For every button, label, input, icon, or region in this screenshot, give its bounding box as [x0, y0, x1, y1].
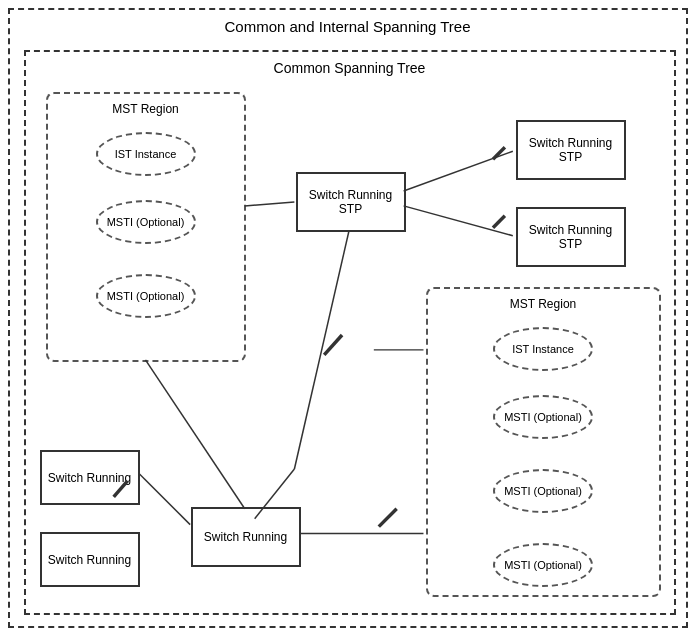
ist-instance-right: IST Instance — [493, 327, 593, 371]
mst-region-right: MST Region IST Instance MSTI (Optional) … — [426, 287, 661, 597]
inner-title: Common Spanning Tree — [268, 60, 432, 76]
ist-instance-left: IST Instance — [96, 132, 196, 176]
msti-right-2: MSTI (Optional) — [493, 469, 593, 513]
switch-running-top-left: Switch Running — [40, 450, 140, 505]
svg-line-1 — [403, 151, 512, 191]
switch-stp-bottom-right: Switch Running STP — [516, 207, 626, 267]
svg-line-3 — [492, 147, 504, 159]
svg-line-4 — [492, 216, 504, 228]
svg-line-10 — [139, 474, 190, 525]
msti-left-2: MSTI (Optional) — [96, 274, 196, 318]
switch-running-center: Switch Running — [191, 507, 301, 567]
outer-container: Common and Internal Spanning Tree Common… — [8, 8, 688, 628]
msti-right-1: MSTI (Optional) — [493, 395, 593, 439]
svg-line-12 — [145, 360, 244, 509]
svg-line-0 — [244, 202, 294, 206]
msti-left-1: MSTI (Optional) — [96, 200, 196, 244]
inner-container: Common Spanning Tree MST Region IST Inst… — [24, 50, 676, 615]
switch-running-bottom-left: Switch Running — [40, 532, 140, 587]
mst-region-left-label: MST Region — [108, 102, 182, 116]
switch-stp-center: Switch Running STP — [296, 172, 406, 232]
svg-line-2 — [403, 206, 512, 236]
mst-region-left: MST Region IST Instance MSTI (Optional) … — [46, 92, 246, 362]
svg-line-9 — [378, 509, 396, 527]
svg-line-5 — [294, 231, 349, 469]
mst-region-right-label: MST Region — [506, 297, 580, 311]
switch-stp-top-right: Switch Running STP — [516, 120, 626, 180]
msti-right-3: MSTI (Optional) — [493, 543, 593, 587]
outer-title: Common and Internal Spanning Tree — [219, 18, 477, 35]
svg-line-6 — [324, 335, 342, 355]
